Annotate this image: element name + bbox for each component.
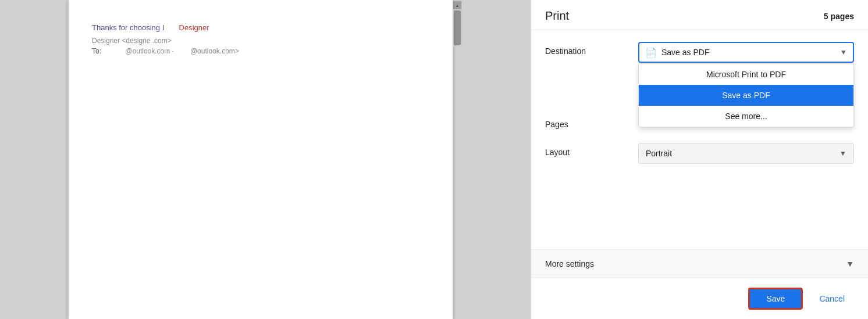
layout-value: Portrait [646,149,835,158]
destination-option-microsoft-print[interactable]: Microsoft Print to PDF [639,64,853,85]
destination-chevron-icon: ▼ [840,48,847,56]
more-settings-label: More settings [545,259,594,268]
print-header: Print 5 pages [531,0,868,30]
more-settings-row[interactable]: More settings ▼ [531,250,868,278]
preview-text-designer: Designer [179,23,209,32]
preview-line3: To: @outlook.com · @outlook.com> [92,47,429,55]
destination-row: Destination 📄 Save as PDF ▼ Microsoft Pr… [545,42,854,63]
destination-label: Destination [545,42,638,56]
print-title: Print [545,9,569,23]
layout-dropdown[interactable]: Portrait ▼ [638,143,854,164]
layout-chevron-icon: ▼ [839,149,846,157]
scrollbar-thumb[interactable] [454,10,461,45]
page-preview: Thanks for choosing I Designer Designer … [69,0,453,319]
preview-area: Thanks for choosing I Designer Designer … [0,0,531,319]
scrollbar-track[interactable]: ▲ [453,0,462,45]
more-settings-chevron-icon: ▼ [846,259,854,268]
preview-text-thanks: Thanks for choosing I [92,23,164,32]
pages-count: 5 pages [824,12,854,21]
preview-to-label: To: [92,47,101,55]
pages-label: Pages [545,115,638,129]
print-footer: Save Cancel [531,278,868,319]
destination-option-save-as-pdf[interactable]: Save as PDF [639,85,853,106]
print-panel: Print 5 pages Destination 📄 Save as PDF … [531,0,868,319]
preview-line2: Designer <designe .com> [92,37,429,45]
pdf-doc-icon: 📄 [645,47,657,58]
destination-dropdown[interactable]: 📄 Save as PDF ▼ [638,42,854,63]
preview-content: Thanks for choosing I Designer Designer … [92,23,429,55]
destination-control: 📄 Save as PDF ▼ Microsoft Print to PDF S… [638,42,854,63]
destination-option-see-more[interactable]: See more... [639,106,853,127]
preview-email1: @outlook.com · [125,47,174,55]
preview-line1: Thanks for choosing I Designer [92,23,429,32]
layout-control[interactable]: Portrait ▼ [638,143,854,164]
preview-email2: @outlook.com> [190,47,239,55]
layout-row: Layout Portrait ▼ [545,143,854,164]
scrollbar-up-arrow[interactable]: ▲ [453,1,461,9]
destination-selected-value: Save as PDF [661,48,835,57]
layout-label: Layout [545,143,638,157]
print-settings: Destination 📄 Save as PDF ▼ Microsoft Pr… [531,30,868,247]
preview-designer-email: Designer <designe .com> [92,37,172,45]
save-button[interactable]: Save [748,288,803,310]
cancel-button[interactable]: Cancel [810,289,854,308]
destination-dropdown-menu: Microsoft Print to PDF Save as PDF See m… [638,63,854,127]
